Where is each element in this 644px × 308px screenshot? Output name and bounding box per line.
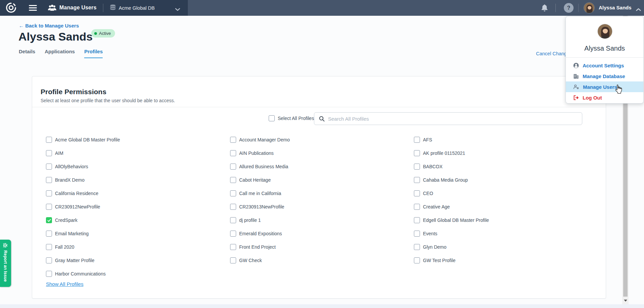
profile-checkbox[interactable] xyxy=(414,164,420,170)
profile-checkbox[interactable] xyxy=(414,231,420,237)
profile-checkbox-label[interactable]: GW Check xyxy=(239,258,262,263)
profile-checkbox-label[interactable]: GW Test Profile xyxy=(423,258,455,263)
profile-checkbox[interactable] xyxy=(46,164,52,170)
profile-checkbox-label[interactable]: Glyn Demo xyxy=(423,244,446,250)
profile-checkbox-label[interactable]: CR230912NewProfile xyxy=(55,204,100,209)
profile-checkbox-label[interactable]: Emerald Expositions xyxy=(239,231,282,236)
avatar[interactable] xyxy=(584,2,595,13)
profile-checkbox[interactable] xyxy=(414,177,420,183)
profile-checkbox-label[interactable]: Account Manager Demo xyxy=(239,137,290,142)
profile-checkbox-label[interactable]: Fall 2020 xyxy=(55,244,74,250)
profile-checkbox[interactable] xyxy=(230,190,236,196)
profile-checkbox[interactable] xyxy=(230,164,236,170)
database-selector-label[interactable]: Acme Global DB xyxy=(119,5,155,11)
profile-checkbox-label[interactable]: Cahaba Media Group xyxy=(423,177,468,183)
profile-checkbox-label[interactable]: dj profile 1 xyxy=(239,218,261,223)
profile-checkbox[interactable] xyxy=(230,257,236,263)
menu-divider xyxy=(566,57,643,58)
profile-checkbox-label[interactable]: BABCOX xyxy=(423,164,442,169)
chevron-down-icon[interactable] xyxy=(175,6,180,12)
navbar-divider xyxy=(555,4,556,12)
omeda-logo-icon[interactable] xyxy=(6,3,16,13)
tab-applications[interactable]: Applications xyxy=(45,49,75,58)
profile-checkbox[interactable] xyxy=(414,150,420,156)
profile-checkbox[interactable] xyxy=(46,190,52,196)
status-badge-label: Active xyxy=(99,31,111,36)
profile-checkbox-label[interactable]: Call me in California xyxy=(239,191,281,196)
profile-checkbox-label[interactable]: CR230913NewProfile xyxy=(239,204,284,209)
menu-item-manage-users[interactable]: Manage Users xyxy=(566,81,643,92)
profile-checkbox[interactable] xyxy=(46,150,52,156)
profile-checkbox[interactable] xyxy=(46,177,52,183)
profile-checkbox[interactable] xyxy=(230,231,236,237)
profile-checkbox-label[interactable]: California Residence xyxy=(55,191,98,196)
report-an-issue-button[interactable]: Report an Issue xyxy=(0,240,11,287)
profile-checkbox-label[interactable]: Allured Business Media xyxy=(239,164,288,169)
cursor-pointer-hand xyxy=(613,84,623,96)
search-input[interactable] xyxy=(328,116,582,122)
profile-row: Account Manager Demo xyxy=(230,137,290,143)
profile-checkbox-label[interactable]: Edgell Global DB Master Profile xyxy=(423,218,489,223)
profile-checkbox[interactable] xyxy=(46,217,52,223)
profile-checkbox-label[interactable]: AIN Publications xyxy=(239,150,274,156)
tab-details[interactable]: Details xyxy=(19,49,35,58)
profile-checkbox[interactable] xyxy=(230,137,236,143)
scrollbar-down-arrow[interactable] xyxy=(622,298,629,304)
profile-checkbox[interactable] xyxy=(46,257,52,263)
profile-checkbox[interactable] xyxy=(414,204,420,210)
notifications-bell-icon[interactable] xyxy=(541,4,548,13)
avatar xyxy=(597,24,612,39)
profile-checkbox-label[interactable]: Events xyxy=(423,231,437,236)
show-all-profiles-link[interactable]: Show All Profiles xyxy=(46,281,84,287)
profile-row: Front End Project xyxy=(230,244,290,250)
hamburger-menu-icon[interactable] xyxy=(29,5,37,11)
profile-checkbox[interactable] xyxy=(46,244,52,250)
tab-profiles[interactable]: Profiles xyxy=(84,49,103,58)
profile-checkbox-label[interactable]: AFS xyxy=(423,137,432,142)
select-all-checkbox[interactable] xyxy=(269,115,275,121)
profile-checkbox[interactable] xyxy=(414,137,420,143)
chevron-up-icon[interactable] xyxy=(636,6,641,12)
menu-item-account-settings[interactable]: Account Settings xyxy=(566,60,643,71)
profile-checkbox[interactable] xyxy=(414,217,420,223)
profile-checkbox-label[interactable]: Email Marketing xyxy=(55,231,89,236)
profile-row: Events xyxy=(414,231,489,237)
navbar-divider xyxy=(103,4,103,12)
profile-checkbox[interactable] xyxy=(230,204,236,210)
profile-checkbox[interactable] xyxy=(46,271,52,277)
profile-checkbox-label[interactable]: AK profile 01152021 xyxy=(423,150,465,156)
profile-checkbox[interactable] xyxy=(230,177,236,183)
menu-item-log-out[interactable]: Log Out xyxy=(566,92,643,103)
profile-checkbox-label[interactable]: CredSpark xyxy=(55,218,77,223)
profile-checkbox-label[interactable]: BrandX Demo xyxy=(55,177,85,183)
profile-checkbox-label[interactable]: Gray Matter Profile xyxy=(55,258,94,263)
help-icon[interactable]: ? xyxy=(564,3,574,13)
profile-checkbox[interactable] xyxy=(46,137,52,143)
profile-checkbox[interactable] xyxy=(230,217,236,223)
profile-checkbox[interactable] xyxy=(46,204,52,210)
profile-checkbox-label[interactable]: Harbor Communications xyxy=(55,271,106,276)
account-settings-icon xyxy=(573,63,579,68)
profile-row: Glyn Demo xyxy=(414,244,489,250)
profile-checkbox[interactable] xyxy=(230,244,236,250)
profile-checkbox[interactable] xyxy=(230,150,236,156)
status-dot-icon xyxy=(94,32,97,35)
select-all-label[interactable]: Select All Profiles xyxy=(278,116,314,121)
back-to-manage-users-link[interactable]: ← Back to Manage Users xyxy=(19,23,79,28)
profile-checkbox-label[interactable]: Creative Age xyxy=(423,204,450,209)
profile-checkbox-label[interactable]: CEO xyxy=(423,191,433,196)
profile-checkbox-label[interactable]: AllOlyBehaviors xyxy=(55,164,88,169)
navbar-user-name[interactable]: Alyssa Sands xyxy=(599,5,632,10)
profile-checkbox[interactable] xyxy=(414,257,420,263)
profile-checkbox[interactable] xyxy=(414,244,420,250)
profile-checkbox-label[interactable]: Acme Global DB Master Profile xyxy=(55,137,120,142)
profile-checkbox-label[interactable]: AIM xyxy=(55,150,63,156)
user-menu-name: Alyssa Sands xyxy=(566,45,643,52)
profile-checkbox-label[interactable]: Cabot Heritage xyxy=(239,177,271,183)
profile-checkbox[interactable] xyxy=(46,231,52,237)
profile-checkbox[interactable] xyxy=(414,190,420,196)
status-badge: Active xyxy=(91,29,115,38)
profile-checkbox-label[interactable]: Front End Project xyxy=(239,244,276,250)
bug-icon xyxy=(3,243,8,248)
menu-item-manage-database[interactable]: Manage Database xyxy=(566,71,643,81)
